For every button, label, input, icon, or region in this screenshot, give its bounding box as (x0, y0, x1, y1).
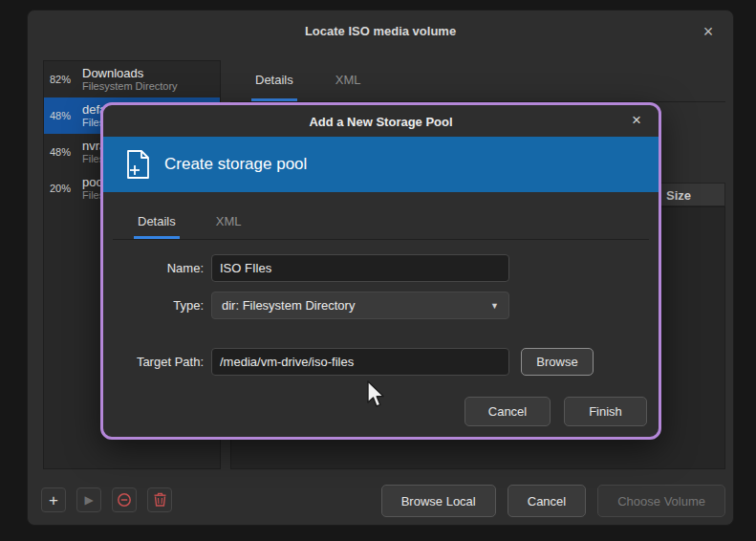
browser-tabstrip: Details XML (230, 60, 725, 102)
pool-usage-percent: 20% (50, 183, 76, 194)
type-select[interactable]: dir: Filesystem Directory ▼ (211, 292, 509, 319)
dialog-tab-xml[interactable]: XML (212, 206, 246, 239)
footer-actions: Browse Local Cancel Choose Volume (381, 485, 725, 517)
new-file-icon (120, 147, 155, 182)
dialog-tab-details[interactable]: Details (134, 206, 180, 239)
banner-title: Create storage pool (164, 155, 307, 174)
type-selected-value: dir: Filesystem Directory (222, 298, 355, 313)
dialog-finish-button[interactable]: Finish (564, 397, 647, 426)
window-close-button[interactable]: × (697, 20, 720, 43)
dialog-cancel-button[interactable]: Cancel (464, 397, 551, 426)
close-icon: × (703, 22, 714, 42)
dialog-close-button[interactable]: × (626, 110, 647, 131)
dialog-banner: Create storage pool (103, 137, 659, 192)
window-titlebar: Locate ISO media volume × (28, 11, 733, 53)
browse-button[interactable]: Browse (521, 348, 594, 376)
pool-toolbar: + ▶ (41, 487, 172, 512)
pool-row-downloads[interactable]: 82% Downloads Filesystem Directory (44, 61, 220, 97)
trash-icon (153, 492, 167, 508)
start-pool-button[interactable]: ▶ (76, 487, 101, 512)
add-pool-button[interactable]: + (41, 487, 66, 512)
window-title: Locate ISO media volume (28, 11, 733, 53)
dialog-tabstrip: Details XML (113, 206, 649, 240)
play-icon: ▶ (84, 494, 93, 506)
name-input[interactable] (211, 254, 509, 282)
pool-type: Filesystem Directory (82, 80, 178, 93)
choose-volume-button[interactable]: Choose Volume (597, 485, 725, 517)
screen: Locate ISO media volume × 82% Downloads … (0, 0, 756, 541)
delete-pool-button[interactable] (147, 487, 172, 512)
stop-pool-button[interactable] (112, 487, 137, 512)
pool-usage-percent: 48% (50, 110, 76, 121)
dialog-buttons: Cancel Finish (464, 397, 647, 426)
pool-usage-percent: 82% (50, 74, 76, 85)
cancel-button[interactable]: Cancel (508, 485, 586, 517)
target-path-label: Target Path: (103, 348, 204, 376)
circle-minus-icon (117, 492, 132, 508)
pool-usage-percent: 48% (50, 146, 76, 158)
plus-icon: + (49, 492, 58, 509)
tab-details[interactable]: Details (251, 60, 297, 101)
close-icon: × (632, 111, 641, 130)
tab-xml[interactable]: XML (332, 60, 365, 101)
name-label: Name: (103, 254, 204, 282)
target-path-input[interactable] (211, 348, 509, 376)
chevron-down-icon: ▼ (490, 301, 499, 311)
browse-local-button[interactable]: Browse Local (381, 485, 496, 517)
add-storage-pool-dialog: Add a New Storage Pool × Create storage … (100, 102, 661, 440)
type-label: Type: (103, 292, 204, 319)
pool-name: Downloads (82, 66, 178, 81)
column-header-size[interactable]: Size (666, 184, 691, 207)
dialog-title: Add a New Storage Pool (103, 108, 659, 137)
